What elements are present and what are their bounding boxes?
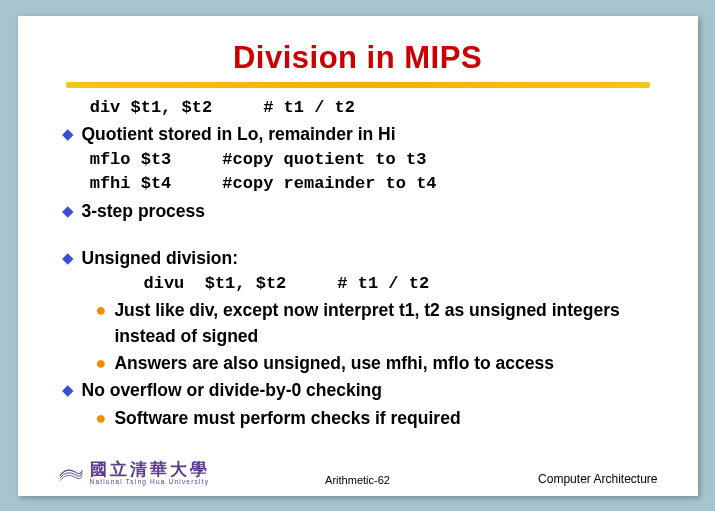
footer: 國立清華大學 National Tsing Hua University Ari… (58, 461, 658, 486)
code-line: div $t1, $t2 # t1 / t2 (62, 96, 658, 121)
bullet-text: Quotient stored in Lo, remainder in Hi (82, 122, 396, 147)
university-logo: 國立清華大學 National Tsing Hua University (58, 461, 210, 486)
logo-text: 國立清華大學 National Tsing Hua University (90, 461, 210, 486)
bullet-text: Software must perform checks if required (114, 406, 460, 431)
slide-content: div $t1, $t2 # t1 / t2 ◆ Quotient stored… (58, 96, 658, 432)
slide: Division in MIPS div $t1, $t2 # t1 / t2 … (18, 16, 698, 496)
title-underline (66, 82, 650, 88)
dot-icon: ● (62, 351, 107, 375)
bullet-item: ◆ 3-step process (62, 199, 658, 224)
bullet-text: Just like div, except now interpret t1, … (114, 298, 657, 349)
code-line: mfhi $t4 #copy remainder to t4 (62, 172, 658, 197)
bullet-text: No overflow or divide-by-0 checking (82, 378, 382, 403)
dot-icon: ● (62, 406, 107, 430)
code-line: mflo $t3 #copy quotient to t3 (62, 148, 658, 173)
sub-bullet-item: ● Answers are also unsigned, use mfhi, m… (62, 351, 658, 376)
logo-icon (58, 463, 84, 483)
slide-number: Arithmetic-62 (325, 474, 390, 486)
bullet-text: Unsigned division: (82, 246, 239, 271)
logo-chinese: 國立清華大學 (90, 461, 210, 479)
spacer (62, 224, 658, 244)
logo-english: National Tsing Hua University (90, 479, 210, 486)
dot-icon: ● (62, 298, 107, 322)
bullet-item: ◆ Quotient stored in Lo, remainder in Hi (62, 122, 658, 147)
sub-bullet-item: ● Software must perform checks if requir… (62, 406, 658, 431)
diamond-icon: ◆ (62, 122, 74, 146)
course-name: Computer Architecture (538, 472, 657, 486)
bullet-text: Answers are also unsigned, use mfhi, mfl… (114, 351, 554, 376)
bullet-text: 3-step process (82, 199, 206, 224)
diamond-icon: ◆ (62, 199, 74, 223)
bullet-item: ◆ No overflow or divide-by-0 checking (62, 378, 658, 403)
code-line: divu $t1, $t2 # t1 / t2 (62, 272, 658, 297)
slide-title: Division in MIPS (58, 40, 658, 76)
bullet-item: ◆ Unsigned division: (62, 246, 658, 271)
diamond-icon: ◆ (62, 246, 74, 270)
sub-bullet-item: ● Just like div, except now interpret t1… (62, 298, 658, 349)
diamond-icon: ◆ (62, 378, 74, 402)
